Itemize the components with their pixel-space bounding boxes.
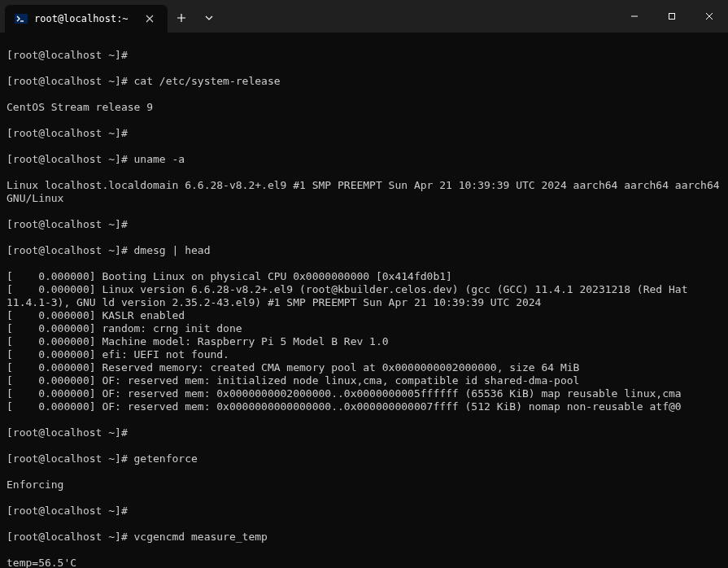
plus-icon xyxy=(177,13,186,23)
prompt-line: [root@localhost ~]# xyxy=(7,426,721,439)
command-line: [root@localhost ~]# uname -a xyxy=(7,153,721,166)
window-minimize-button[interactable] xyxy=(616,0,653,33)
powershell-icon xyxy=(15,12,28,25)
svg-rect-0 xyxy=(15,14,28,24)
prompt-line: [root@localhost ~]# xyxy=(7,505,721,518)
tab-title: root@localhost:~ xyxy=(34,13,137,24)
prompt-line: [root@localhost ~]# xyxy=(7,49,721,62)
window-titlebar: root@localhost:~ xyxy=(0,0,728,33)
new-tab-button[interactable] xyxy=(168,4,195,32)
window-close-button[interactable] xyxy=(691,0,728,33)
prompt-line: [root@localhost ~]# xyxy=(7,127,721,140)
output-line: [ 0.000000] Machine model: Raspberry Pi … xyxy=(7,335,721,348)
output-line: [ 0.000000] OF: reserved mem: initialize… xyxy=(7,374,721,387)
output-line: [ 0.000000] efi: UEFI not found. xyxy=(7,348,721,361)
terminal-viewport[interactable]: [root@localhost ~]# [root@localhost ~]# … xyxy=(0,33,728,568)
output-line: Enforcing xyxy=(7,478,721,492)
tab-active[interactable]: root@localhost:~ xyxy=(5,5,168,33)
output-line: temp=56.5'C xyxy=(7,557,721,568)
output-line: [ 0.000000] random: crng init done xyxy=(7,322,721,335)
command-line: [root@localhost ~]# dmesg | head xyxy=(7,244,721,257)
prompt-line: [root@localhost ~]# xyxy=(7,218,721,231)
output-line: [ 0.000000] Booting Linux on physical CP… xyxy=(7,270,721,283)
output-line: [ 0.000000] KASLR enabled xyxy=(7,309,721,322)
output-line: Linux localhost.localdomain 6.6.28-v8.2+… xyxy=(7,179,721,205)
tab-dropdown-button[interactable] xyxy=(195,4,223,32)
close-icon xyxy=(146,15,154,23)
output-line: [ 0.000000] OF: reserved mem: 0x00000000… xyxy=(7,387,721,400)
dmesg-output: [ 0.000000] Booting Linux on physical CP… xyxy=(7,270,721,413)
output-line: [ 0.000000] Linux version 6.6.28-v8.2+.e… xyxy=(7,283,721,309)
titlebar-drag-region[interactable] xyxy=(223,0,616,33)
tab-close-button[interactable] xyxy=(143,12,156,25)
svg-rect-3 xyxy=(669,14,675,20)
maximize-icon xyxy=(668,12,676,20)
window-maximize-button[interactable] xyxy=(653,0,691,33)
output-line: [ 0.000000] OF: reserved mem: 0x00000000… xyxy=(7,400,721,413)
chevron-down-icon xyxy=(205,14,213,22)
command-line: [root@localhost ~]# cat /etc/system-rele… xyxy=(7,75,721,88)
output-line: CentOS Stream release 9 xyxy=(7,101,721,114)
minimize-icon xyxy=(630,12,639,20)
output-line: [ 0.000000] Reserved memory: created CMA… xyxy=(7,361,721,374)
command-line: [root@localhost ~]# getenforce xyxy=(7,452,721,465)
command-line: [root@localhost ~]# vcgencmd measure_tem… xyxy=(7,531,721,544)
close-icon xyxy=(705,12,713,20)
